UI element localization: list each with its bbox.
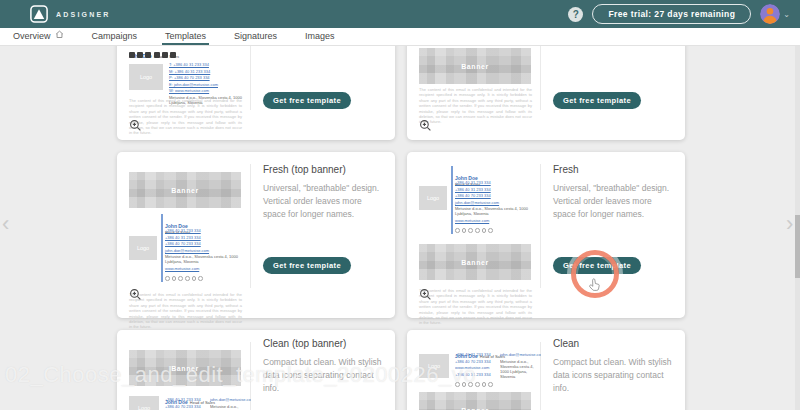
social-icon [475,228,480,233]
get-free-template-button[interactable]: Get free template [553,257,641,274]
adsigner-logo-icon [30,5,48,23]
account-menu[interactable]: ⌄ [760,4,790,24]
zoom-in-icon[interactable] [419,119,432,132]
social-icons [455,382,493,387]
home-icon [55,30,64,41]
social-icon [462,382,467,387]
contact-lines: +386 40 31 233 334 +386 40 70 233 334 ww… [455,352,541,379]
template-description: Universal, "breathable" design. Vertical… [553,182,675,222]
contact-line: john.doe@metusise.com [500,352,541,357]
get-free-template-button[interactable]: Get free template [263,92,351,109]
tab-templates[interactable]: Templates [162,28,209,45]
help-glyph: ? [573,9,579,20]
template-description: Compact but clean. With stylish data ico… [553,356,675,396]
template-card: Banner John Doe Head of Sales Logo +386 … [117,152,395,318]
contact-line: +386 40 31 233 334 [455,180,535,185]
contact-line: M: +386 40 31 233 334 [169,69,249,74]
contact-line: john.doe@metusise.com [165,248,245,253]
social-icon [455,382,460,387]
tab-label: Images [305,31,335,41]
help-button[interactable]: ? [568,7,583,22]
template-gallery: John DoeHead of Sales Logo T: +386 40 31… [0,46,800,410]
contact-address: Metusise d.o.o., Slovenska cesta 4, 1000… [500,359,541,379]
signature-disclaimer: The content of this email is confidentia… [129,98,242,136]
banner-label: Banner [171,365,199,372]
signature-disclaimer: The content of this email is confidentia… [419,288,532,326]
banner-label: Banner [461,259,489,266]
contact-line: W: www.metusise.com [169,88,249,93]
template-title: Clean (top banner) [263,338,346,349]
free-trial-badge[interactable]: Free trial: 27 days remaining [592,4,751,24]
scrollbar-thumb[interactable] [795,215,800,278]
contact-line: E: john.doe@metusise.com [169,82,249,87]
contact-line: +386 40 31 233 334 [455,352,496,357]
banner-placeholder: Banner [419,48,531,84]
get-free-template-button[interactable]: Get free template [263,257,351,274]
tab-signatures[interactable]: Signatures [231,28,280,45]
social-icon [198,276,203,281]
scrollbar-track[interactable] [795,46,800,410]
contact-line: +386 40 70 233 334 [165,241,245,246]
social-icon [488,382,493,387]
zoom-in-icon[interactable] [129,119,142,132]
banner-label: Banner [461,407,489,410]
social-icon [455,228,460,233]
social-icon [482,228,487,233]
social-icon [468,382,473,387]
banner-placeholder: Banner [129,350,241,386]
primary-nav: Overview Campaigns Templates Signatures … [0,28,800,46]
avatar [760,4,780,24]
chevron-down-icon: ⌄ [783,10,790,19]
social-icon [170,52,176,58]
tab-label: Overview [13,31,51,41]
contact-lines: +386 40 31 233 334 +386 40 31 233 334 +3… [165,228,245,271]
brand-name: ADSIGNER [56,11,111,18]
logo-placeholder: Logo [419,354,449,378]
social-icon [482,382,487,387]
social-icon [172,276,177,281]
social-icon [162,52,168,58]
social-icon [468,228,473,233]
card-divider [250,164,251,288]
contact-line: P: +386 40 70 233 334 [169,75,249,80]
carousel-prev-icon[interactable]: ‹ [2,213,9,235]
template-description: Compact but clean. With stylish data ico… [263,356,385,396]
banner-placeholder: Banner [419,244,531,280]
social-icon [192,276,197,281]
social-icon [488,228,493,233]
template-card: John DoeHead of Sales Logo T: +386 40 31… [117,46,395,140]
social-icon [137,52,143,58]
get-free-template-button[interactable]: Get free template [553,92,641,109]
tab-images[interactable]: Images [302,28,338,45]
template-card: Banner The content of this email is conf… [407,46,685,140]
card-divider [250,46,251,110]
contact-line: +386 40 70 233 334 [165,404,206,409]
contact-line: +386 40 31 233 334 [165,228,245,233]
social-icons [129,52,176,58]
zoom-in-icon[interactable] [129,288,142,301]
logo-placeholder: Logo [129,396,159,410]
banner-label: Banner [171,187,199,194]
social-icon [178,276,183,281]
template-card: John Doe Head of Sales Logo +386 40 31 2… [407,152,685,318]
template-title: Clean [553,338,579,349]
logo-placeholder: Logo [419,186,447,210]
signature-rule [451,166,453,234]
social-icon [145,52,151,58]
contact-address: Metusise d.o.o., Slovenska cesta 4, 1000… [455,206,535,216]
signature-rule [161,214,163,282]
template-title: Fresh (top banner) [263,164,346,175]
tab-campaigns[interactable]: Campaigns [89,28,141,45]
tab-label: Campaigns [92,31,138,41]
tab-overview[interactable]: Overview [10,28,67,45]
contact-line: +386 40 31 233 334 [165,235,245,240]
card-divider [540,46,541,110]
zoom-in-icon[interactable] [419,288,432,301]
carousel-next-icon[interactable]: › [786,213,793,235]
social-icon [129,52,135,58]
contact-lines: +386 40 31 233 334 +386 40 31 233 334 +3… [455,180,535,223]
contact-address: Metusise d.o.o., Slovenska cesta 4, 1000… [210,404,251,410]
template-card: John DoeHead of Sales Logo +386 40 31 23… [407,330,685,410]
contact-line: +386 40 70 233 334 [455,359,496,364]
contact-line: john.doe@metusise.com [210,397,251,402]
